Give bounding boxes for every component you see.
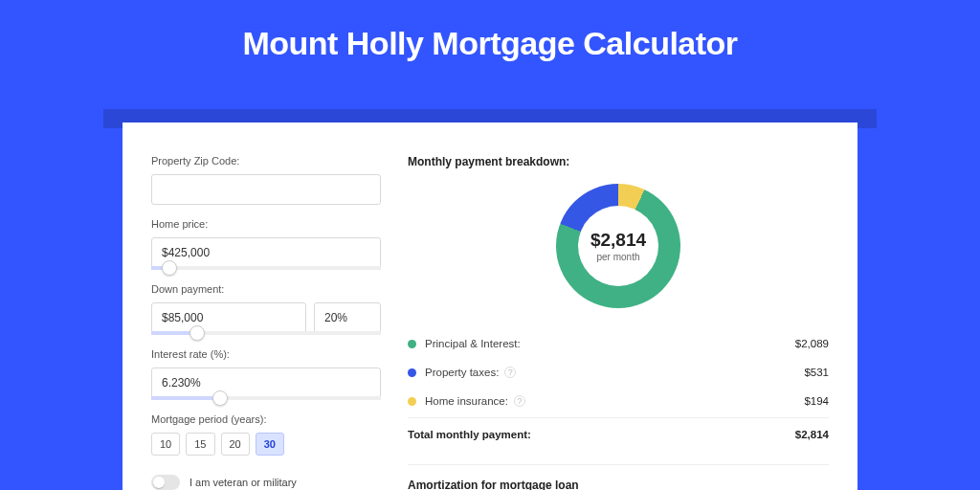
- breakdown-title: Monthly payment breakdown:: [408, 145, 829, 182]
- legend-taxes: Property taxes: ? $531: [408, 358, 829, 387]
- info-icon[interactable]: ?: [514, 395, 525, 407]
- dot-icon: [408, 340, 416, 348]
- price-input[interactable]: [151, 237, 381, 268]
- legend-value: $2,089: [795, 338, 829, 349]
- breakdown-legend: Principal & Interest: $2,089 Property ta…: [408, 322, 829, 449]
- down-slider[interactable]: [151, 331, 381, 335]
- rate-input[interactable]: [151, 368, 381, 398]
- period-label: Mortgage period (years):: [151, 413, 381, 425]
- down-label: Down payment:: [151, 283, 381, 295]
- rate-slider-thumb[interactable]: [212, 390, 228, 406]
- price-slider[interactable]: [151, 266, 381, 270]
- period-option-15[interactable]: 15: [186, 433, 214, 456]
- amortization-section: Amortization for mortgage loan Amortizat…: [408, 464, 829, 490]
- legend-value: $194: [804, 395, 829, 407]
- legend-principal: Principal & Interest: $2,089: [408, 329, 829, 358]
- payment-donut-chart: $2,814 per month: [556, 184, 680, 308]
- dot-icon: [408, 368, 416, 377]
- price-label: Home price:: [151, 218, 381, 230]
- donut-sub: per month: [596, 252, 639, 262]
- inputs-column: Property Zip Code: Home price: Down paym…: [151, 145, 381, 490]
- down-amount-input[interactable]: [151, 302, 306, 333]
- legend-value: $2,814: [795, 429, 829, 440]
- legend-label: Principal & Interest:: [425, 338, 521, 349]
- rate-slider[interactable]: [151, 396, 381, 400]
- down-pct-input[interactable]: [314, 302, 381, 333]
- zip-input[interactable]: [151, 174, 381, 205]
- period-options: 10 15 20 30: [151, 433, 381, 456]
- breakdown-column: Monthly payment breakdown: $2,814 per mo…: [408, 145, 829, 490]
- calculator-card: Property Zip Code: Home price: Down paym…: [122, 122, 858, 490]
- veteran-toggle[interactable]: [151, 475, 180, 490]
- legend-insurance: Home insurance: ? $194: [408, 387, 829, 415]
- legend-label: Total monthly payment:: [408, 429, 531, 440]
- veteran-label: I am veteran or military: [189, 477, 297, 488]
- period-option-20[interactable]: 20: [221, 433, 250, 456]
- period-option-10[interactable]: 10: [151, 433, 180, 456]
- rate-label: Interest rate (%):: [151, 348, 381, 360]
- legend-label: Home insurance:: [425, 395, 508, 407]
- zip-label: Property Zip Code:: [151, 155, 381, 167]
- info-icon[interactable]: ?: [504, 367, 516, 378]
- dot-icon: [408, 397, 416, 406]
- page-title: Mount Holly Mortgage Calculator: [0, 0, 980, 76]
- price-slider-thumb[interactable]: [162, 260, 177, 276]
- donut-total: $2,814: [590, 230, 646, 251]
- down-slider-thumb[interactable]: [189, 325, 205, 341]
- amortization-title: Amortization for mortgage loan: [408, 479, 829, 490]
- legend-value: $531: [804, 367, 829, 378]
- period-option-30[interactable]: 30: [256, 433, 284, 456]
- legend-total: Total monthly payment: $2,814: [408, 417, 829, 449]
- legend-label: Property taxes:: [425, 367, 499, 378]
